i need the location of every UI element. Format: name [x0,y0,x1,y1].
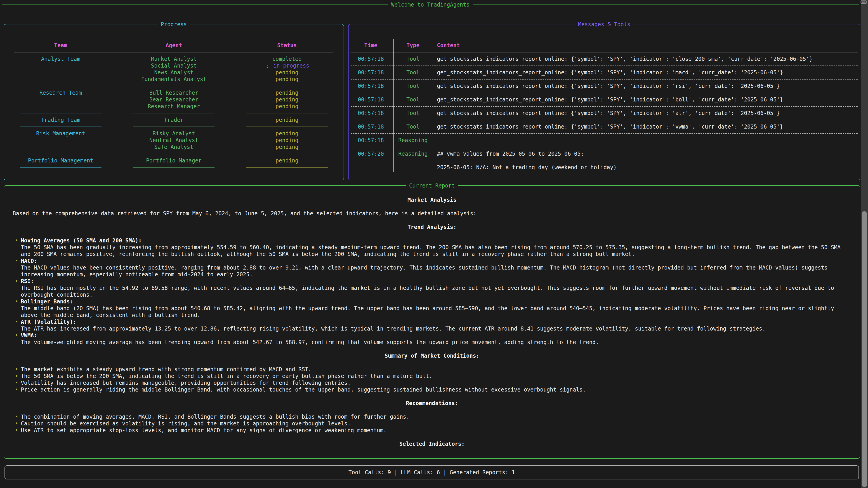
message-content: get_stockstats_indicators_report_online:… [433,69,860,76]
bullet-body: Price action is generally riding the mid… [21,386,851,393]
report-sections: Trend Analysis:Moving Averages (50 SMA a… [13,224,851,447]
bullet-body: Caution should be exercised as volatilit… [21,420,851,427]
window-menu-icon[interactable] [861,0,867,4]
status-label: pending [276,158,298,164]
report-bullet: VWMA:The volume-weighted moving average … [13,332,851,346]
report-bullet: ATR (Volatility):The ATR has increased f… [13,319,851,332]
progress-group-separator [230,110,344,117]
progress-agent-cell: Risky Analyst [117,130,230,137]
progress-team-cell: Research Team [4,90,117,96]
progress-group-separator [4,110,117,117]
status-label: in_progress [273,63,309,69]
progress-team-cell [4,76,117,83]
bullet-body: The ATR has increased from approximately… [21,325,851,332]
report-bullet-list: The combination of moving averages, MACD… [13,414,851,434]
bullet-body: The combination of moving averages, MACD… [21,414,851,420]
report-heading: Market Analysis [13,197,851,203]
message-type: Tool [393,123,433,130]
messages-col-header-type: Type [393,42,433,49]
rule-line-right [473,4,859,5]
scrollbar-thumb[interactable] [862,211,867,487]
message-content [433,137,860,144]
message-time: 00:57:18 [348,110,393,117]
bullet-body: The market exhibits a steady upward tren… [21,366,851,373]
progress-team-cell [4,96,117,103]
report-bullet: Volatility has increased but remains man… [13,380,851,386]
messages-row-separator [348,144,860,151]
progress-agent-cell: News Analyst [117,69,230,76]
progress-agent-cell: Bear Researcher [117,96,230,103]
spinner-icon: ⋮ [265,63,270,69]
progress-group-separator [4,83,117,90]
bullet-body: The 50 SMA has been gradually increasing… [21,244,851,258]
progress-team-cell [4,144,117,151]
progress-group-separator [117,151,230,157]
report-section-heading: Summary of Market Conditions: [13,352,851,359]
report-intro: Based on the comprehensive data retrieve… [13,210,851,217]
status-label: pending [276,76,298,83]
report-bullet: Use ATR to set appropriate stop-loss lev… [13,427,851,434]
progress-status-cell: pending [230,69,344,76]
progress-status-cell: pending [230,90,344,96]
message-type: Tool [393,56,433,62]
progress-agent-cell: Portfolio Manager [117,157,230,164]
rule-line-left [2,4,388,5]
progress-group-separator [117,123,230,130]
bullet-title: Bollinger Bands: [21,298,851,305]
progress-status-cell: pending [230,117,344,123]
report-bullet: The combination of moving averages, MACD… [13,414,851,420]
bullet-body: The middle band (20 SMA) has been rising… [21,305,851,319]
status-label: pending [276,130,298,137]
messages-row-separator [348,76,860,83]
progress-col-header-status: Status [230,42,344,49]
progress-team-cell: Risk Management [4,130,117,137]
message-type: Tool [393,69,433,76]
footer-stats: Tool Calls: 9 | LLM Calls: 6 | Generated… [348,469,515,476]
progress-agent-cell: Safe Analyst [117,144,230,151]
messages-row-separator [348,130,860,137]
progress-table: Team Agent Status Analyst TeamMarket Ana… [4,24,344,171]
progress-team-cell [4,103,117,110]
report-bullet-list: Moving Averages (50 SMA and 200 SMA):The… [13,237,851,346]
progress-header-separator [4,49,344,56]
progress-agent-cell: Research Manager [117,103,230,110]
progress-status-cell: pending [230,144,344,151]
status-label: pending [276,69,298,76]
progress-col-header-agent: Agent [117,42,230,49]
messages-panel: Messages & Tools Time Type Content 00:57… [348,24,860,180]
status-label: pending [276,103,298,109]
bullet-title: Moving Averages (50 SMA and 200 SMA): [21,237,851,244]
progress-group-separator [230,123,344,130]
progress-group-separator [230,151,344,157]
progress-group-separator [4,123,117,130]
progress-status-cell: pending [230,130,344,137]
progress-group-separator [117,164,230,171]
messages-header-separator [348,49,860,56]
report-section-heading: Recommendations: [13,400,851,407]
bullet-body: The 50 SMA is below the 200 SMA, indicat… [21,373,851,380]
message-type: Tool [393,83,433,90]
bullet-title: ATR (Volatility): [21,319,851,325]
message-time: 00:57:18 [348,123,393,130]
report-bullet: The market exhibits a steady upward tren… [13,366,851,373]
status-label: pending [276,96,298,103]
messages-table: Time Type Content 00:57:18Toolget_stocks… [348,24,860,171]
report-bullet: MACD:The MACD values have been consisten… [13,258,851,278]
message-time: 00:57:18 [348,83,393,90]
messages-col-header-content: Content [433,42,860,49]
welcome-rule: Welcome to TradingAgents [2,1,859,8]
bullet-body: Use ATR to set appropriate stop-loss lev… [21,427,851,434]
page-scrollbar[interactable] [861,0,868,488]
progress-team-cell [4,62,117,69]
progress-status-cell: pending [230,96,344,103]
message-type: Reasoning [393,151,433,171]
progress-group-separator [230,83,344,90]
progress-agent-cell: Market Analyst [117,56,230,62]
progress-group-separator [117,83,230,90]
status-label: completed [272,56,302,62]
bullet-title: RSI: [21,278,851,285]
progress-team-cell [4,69,117,76]
progress-team-cell: Trading Team [4,117,117,123]
progress-panel: Progress Team Agent Status Analyst TeamM… [4,24,344,180]
bullet-title: VWMA: [21,332,851,339]
